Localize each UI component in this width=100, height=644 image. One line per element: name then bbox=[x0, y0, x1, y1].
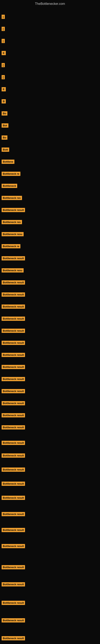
bottleneck-label: Bottleneck result bbox=[1, 482, 25, 486]
bottleneck-label: Bottleneck result bbox=[1, 468, 25, 472]
bottleneck-item: Bottleneck res bbox=[1, 196, 22, 200]
bottleneck-label: Bottleneck result bbox=[1, 280, 25, 284]
bottleneck-item: Bott bbox=[1, 148, 9, 152]
bottleneck-label: Bottleneck result bbox=[1, 425, 25, 430]
bottleneck-item: Bottleneck result bbox=[1, 377, 25, 381]
bottleneck-label: Bottleneck result bbox=[1, 208, 25, 212]
bottleneck-item: Bottleneck res bbox=[1, 220, 22, 224]
bottleneck-item: E bbox=[1, 87, 6, 91]
bottleneck-item: Bottleneck result bbox=[1, 401, 25, 405]
bottleneck-item: Bottleneck result bbox=[1, 582, 25, 586]
bottleneck-label: Bottleneck result bbox=[1, 304, 25, 309]
bottleneck-label: E bbox=[1, 87, 6, 91]
bottleneck-label: Bottleneck result bbox=[1, 528, 25, 532]
bottleneck-item: Bottleneck re bbox=[1, 244, 20, 248]
bottleneck-label: Bottleneck re bbox=[1, 244, 20, 248]
bottleneck-label: Bottleneck result bbox=[1, 636, 25, 640]
bottleneck-label: Bottleneck result bbox=[1, 329, 25, 333]
bottleneck-label: Bottleneck bbox=[1, 184, 17, 188]
bottleneck-label: Bottleneck result bbox=[1, 582, 25, 586]
bottleneck-item: Bottleneck result bbox=[1, 441, 25, 445]
bottleneck-item: Bottleneck result bbox=[1, 329, 25, 333]
bottleneck-label: | bbox=[1, 15, 5, 19]
bottleneck-item: Bottleneck result bbox=[1, 316, 25, 321]
bottleneck-item: Bottleneck result bbox=[1, 353, 25, 357]
bottleneck-item: Bottleneck re bbox=[1, 172, 20, 176]
bottleneck-label: Bottleneck result bbox=[1, 565, 25, 569]
bottleneck-item: Bottleneck result bbox=[1, 425, 25, 430]
bottleneck-label: Bo bbox=[1, 111, 7, 116]
bottleneck-item: Bo bbox=[1, 111, 7, 116]
bottleneck-item: Bottleneck result bbox=[1, 304, 25, 309]
bottleneck-item: | bbox=[1, 39, 5, 43]
bottleneck-label: | bbox=[1, 39, 5, 43]
bottleneck-item: Bottleneck result bbox=[1, 292, 25, 297]
bottleneck-label: Bottleneck result bbox=[1, 401, 25, 405]
bottleneck-item: E bbox=[1, 51, 6, 55]
bottleneck-label: Bot bbox=[1, 123, 8, 128]
bottleneck-label: Bottleneck result bbox=[1, 413, 25, 418]
bottleneck-item: Bottleneck bbox=[1, 184, 17, 188]
bottleneck-label: Bo bbox=[1, 136, 7, 140]
bottleneck-item: Bottleneck result bbox=[1, 544, 25, 548]
bottleneck-item: Bottleneck result bbox=[1, 601, 25, 605]
bottleneck-item: Bottleneck result bbox=[1, 208, 25, 212]
bottleneck-item: [ bbox=[1, 27, 5, 31]
bottleneck-label: Bottleneck result bbox=[1, 601, 25, 605]
bottleneck-label: Bottleneck re bbox=[1, 172, 20, 176]
bottleneck-label: [ bbox=[1, 63, 5, 67]
bottleneck-item: Bottleneck resu bbox=[1, 268, 24, 272]
site-title: TheBottlenecker.com bbox=[0, 0, 100, 7]
bottleneck-item: [ bbox=[1, 75, 5, 79]
bottleneck-item: [ bbox=[1, 63, 5, 67]
bottleneck-item: | bbox=[1, 15, 5, 19]
bottleneck-label: [ bbox=[1, 75, 5, 79]
bottleneck-item: Bottleneck result bbox=[1, 496, 25, 500]
bottleneck-label: Bottlene bbox=[1, 160, 14, 164]
bottleneck-label: Bottleneck result bbox=[1, 496, 25, 500]
bottleneck-item: Bottleneck result bbox=[1, 512, 25, 516]
bottleneck-item: Bottleneck result bbox=[1, 468, 25, 472]
bottleneck-item: Bo bbox=[1, 136, 7, 140]
bottleneck-label: B bbox=[1, 99, 6, 104]
bottleneck-item: Bottleneck result bbox=[1, 365, 25, 369]
bottleneck-item: Bot bbox=[1, 123, 8, 128]
bottleneck-item: Bottleneck result bbox=[1, 482, 25, 486]
bottleneck-label: Bottleneck res bbox=[1, 220, 22, 224]
bottleneck-label: Bottleneck result bbox=[1, 389, 25, 393]
bottleneck-item: Bottleneck result bbox=[1, 413, 25, 418]
bottleneck-label: [ bbox=[1, 27, 5, 31]
bottleneck-label: Bottleneck result bbox=[1, 377, 25, 381]
bottleneck-item: Bottleneck resu bbox=[1, 232, 24, 236]
bottleneck-label: Bottleneck resu bbox=[1, 268, 24, 272]
bottleneck-item: Bottlene bbox=[1, 160, 14, 164]
bottleneck-item: Bottleneck result bbox=[1, 280, 25, 284]
bottleneck-label: Bottleneck result bbox=[1, 341, 25, 345]
bottleneck-label: E bbox=[1, 51, 6, 55]
bottleneck-item: Bottleneck result bbox=[1, 636, 25, 640]
bottleneck-label: Bottleneck resu bbox=[1, 232, 24, 236]
bottleneck-label: Bottleneck result bbox=[1, 365, 25, 369]
bottleneck-label: Bottleneck result bbox=[1, 316, 25, 321]
bottleneck-label: Bottleneck result bbox=[1, 618, 25, 622]
bottleneck-item: Bottleneck result bbox=[1, 341, 25, 345]
bottleneck-item: Bottleneck result bbox=[1, 389, 25, 393]
bottleneck-label: Bottleneck res bbox=[1, 196, 22, 200]
bottleneck-item: Bottleneck result bbox=[1, 565, 25, 569]
bottleneck-label: Bottleneck result bbox=[1, 512, 25, 516]
bottleneck-label: Bottleneck result bbox=[1, 454, 25, 458]
bottleneck-label: Bottleneck result bbox=[1, 292, 25, 297]
bottleneck-label: Bott bbox=[1, 148, 9, 152]
bottleneck-item: Bottleneck result bbox=[1, 618, 25, 622]
bottleneck-item: B bbox=[1, 99, 6, 104]
bottleneck-label: Bottleneck result bbox=[1, 544, 25, 548]
bottleneck-item: Bottleneck result bbox=[1, 528, 25, 532]
bottleneck-item: Bottleneck result bbox=[1, 454, 25, 458]
bottleneck-label: Bottleneck result bbox=[1, 256, 25, 260]
bottleneck-item: Bottleneck result bbox=[1, 256, 25, 260]
bottleneck-label: Bottleneck result bbox=[1, 441, 25, 445]
bottleneck-label: Bottleneck result bbox=[1, 353, 25, 357]
